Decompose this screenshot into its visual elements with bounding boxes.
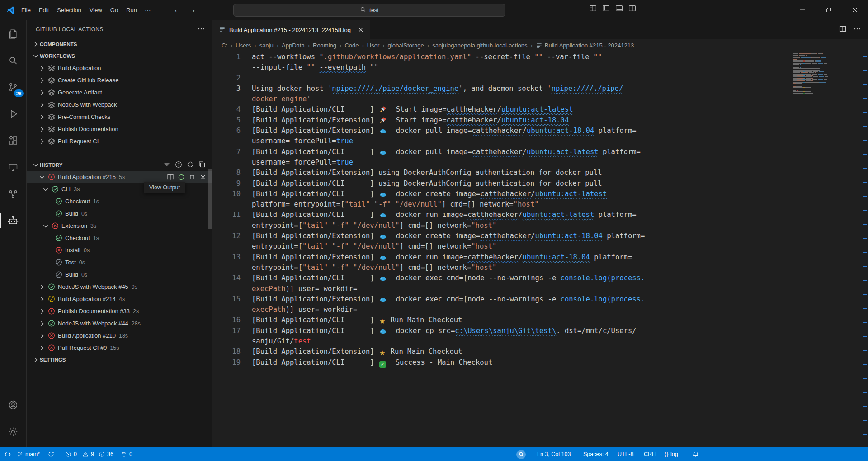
chevron-down-icon[interactable] (42, 186, 49, 193)
breadcrumb-item[interactable]: sanjulaganepola.github-local-actions (432, 42, 527, 49)
menu-overflow-icon[interactable]: ⋯ (141, 6, 155, 14)
log-text[interactable]: act --workflows ".github/workflows/appli… (252, 52, 602, 62)
log-text[interactable]: username= forcePull=true (252, 157, 353, 168)
history-item[interactable]: Test0s (27, 256, 212, 268)
minimap[interactable] (793, 53, 860, 94)
minimize-button[interactable] (789, 0, 816, 20)
log-text[interactable]: [Build Application/Extension] docker run… (252, 252, 632, 263)
editor-more-actions-icon[interactable] (854, 25, 861, 34)
log-text[interactable]: [Build Application/Extension] docker cre… (252, 231, 645, 241)
log-text[interactable]: [Build Application/CLI ] docker exec cmd… (252, 273, 645, 283)
chevron-right-icon[interactable] (38, 126, 46, 133)
workflow-item[interactable]: Publish Documentation (27, 123, 212, 135)
chevron-right-icon[interactable] (38, 77, 46, 84)
log-text[interactable]: execPath)] user= workdir= (252, 284, 357, 294)
breadcrumb-item[interactable]: AppData (282, 42, 305, 49)
log-text[interactable]: --input-file "" --eventpath "" (252, 62, 378, 73)
forward-arrow-icon[interactable]: → (189, 5, 196, 14)
breadcrumb-item[interactable]: C: (222, 42, 227, 49)
workflow-item[interactable]: Pre-Commit Checks (27, 111, 212, 123)
chevron-down-icon[interactable] (38, 174, 46, 181)
tab-log-file[interactable]: Build Application #215 - 20241213_224158… (212, 20, 370, 39)
ports-indicator[interactable]: 0 (120, 447, 133, 461)
log-text[interactable]: Using docker host 'npipe:////./pipe/dock… (252, 84, 623, 94)
chevron-right-icon[interactable] (38, 138, 46, 145)
remote-explorer-icon[interactable] (2, 156, 24, 178)
workflow-item[interactable]: Generate Artifact (27, 86, 212, 99)
source-control-icon[interactable]: 28 (2, 76, 24, 98)
chevron-right-icon[interactable] (38, 344, 46, 352)
sidebar-more-actions-icon[interactable] (198, 25, 205, 34)
log-text[interactable]: entrypoint=["tail" "-f" "/dev/null"] cmd… (252, 263, 496, 273)
chevron-right-icon[interactable] (38, 113, 46, 121)
extensions-icon[interactable] (2, 130, 24, 151)
log-text[interactable]: [Build Application/Extension] ★ Run Main… (252, 347, 462, 357)
toggle-panel-icon[interactable] (615, 5, 623, 14)
settings-gear-icon[interactable] (2, 421, 24, 442)
log-text[interactable]: docker_engine' (252, 94, 311, 104)
log-text[interactable]: [Build Application/CLI ] docker run imag… (252, 210, 637, 220)
back-arrow-icon[interactable]: ← (174, 5, 181, 14)
encoding-indicator[interactable]: UTF-8 (617, 447, 634, 461)
history-item[interactable]: NodeJS with Webpack #459s (27, 281, 212, 293)
cursor-position[interactable]: Ln 3, Col 103 (536, 447, 571, 461)
chevron-right-icon[interactable] (38, 320, 46, 327)
breadcrumb-item[interactable]: User (367, 42, 379, 49)
workflow-item[interactable]: Create GitHub Release (27, 74, 212, 86)
toggle-secondary-sidebar-icon[interactable] (628, 5, 636, 14)
split-editor-icon[interactable] (839, 25, 846, 34)
close-window-button[interactable] (842, 0, 868, 20)
github-local-actions-icon[interactable] (2, 210, 24, 231)
explorer-icon[interactable] (2, 23, 24, 45)
menu-go[interactable]: Go (106, 4, 122, 16)
menu-selection[interactable]: Selection (53, 4, 85, 16)
log-text[interactable]: [Build Application/CLI ] docker pull ima… (252, 147, 641, 157)
log-text[interactable]: entrypoint=["tail" "-f" "/dev/null"] cmd… (252, 221, 496, 231)
chevron-down-icon[interactable] (42, 222, 49, 230)
accounts-icon[interactable] (2, 394, 24, 416)
history-item[interactable]: Checkout1s (27, 195, 212, 207)
log-text[interactable]: [Build Application/CLI ] docker cp src=c… (252, 326, 637, 336)
refresh-icon[interactable] (187, 161, 194, 169)
view-output-icon[interactable] (167, 174, 174, 181)
breadcrumb-file[interactable]: Build Application #215 - 20241213 (536, 42, 634, 49)
ports-icon[interactable] (2, 183, 24, 205)
branch-indicator[interactable]: main* (16, 447, 41, 461)
menu-file[interactable]: File (17, 4, 35, 16)
eol-indicator[interactable]: CRLF (643, 447, 660, 461)
sidebar-scrollbar[interactable] (208, 169, 212, 229)
breadcrumb-item[interactable]: Users (236, 42, 251, 49)
language-mode[interactable]: {} log (664, 447, 679, 461)
history-item[interactable]: Checkout1s (27, 232, 212, 244)
notifications-bell-icon[interactable] (692, 447, 700, 461)
log-text[interactable]: [Build Application/Extension] Start imag… (252, 115, 569, 126)
dismiss-icon[interactable] (199, 174, 207, 181)
breadcrumb-item[interactable]: Code (344, 42, 359, 49)
menu-edit[interactable]: Edit (35, 4, 53, 16)
log-text[interactable]: username= forcePull=true (252, 136, 353, 146)
collapse-all-icon[interactable] (198, 161, 206, 169)
history-item[interactable]: Build Application #2155s (27, 171, 212, 183)
overview-ruler[interactable] (861, 51, 868, 447)
restore-button[interactable] (816, 0, 842, 20)
workflow-item[interactable]: Pull Request CI (27, 135, 212, 147)
chevron-right-icon[interactable] (38, 101, 46, 108)
section-history[interactable]: HISTORY (27, 159, 212, 171)
chevron-right-icon[interactable] (38, 89, 46, 96)
chevron-right-icon[interactable] (38, 296, 46, 303)
log-text[interactable]: sanju/Git/test (252, 336, 311, 347)
history-item[interactable]: Build Application #2144s (27, 293, 212, 305)
log-text[interactable]: platform= entrypoint=["tail" "-f" "/dev/… (252, 199, 539, 210)
breadcrumb-item[interactable]: Roaming (313, 42, 336, 49)
history-item[interactable]: Extension3s (27, 220, 212, 232)
section-settings[interactable]: SETTINGS (27, 354, 212, 366)
log-text[interactable]: entrypoint=["tail" "-f" "/dev/null"] cmd… (252, 241, 496, 252)
history-item[interactable]: Build Application #21018s (27, 329, 212, 342)
run-debug-icon[interactable] (2, 103, 24, 125)
command-center-search[interactable]: test (233, 4, 505, 17)
section-components[interactable]: COMPONENTS (27, 38, 212, 50)
menu-view[interactable]: View (85, 4, 106, 16)
remote-indicator[interactable] (4, 447, 12, 461)
help-icon[interactable] (175, 161, 182, 169)
history-item[interactable]: Publish Documentation #332s (27, 305, 212, 317)
